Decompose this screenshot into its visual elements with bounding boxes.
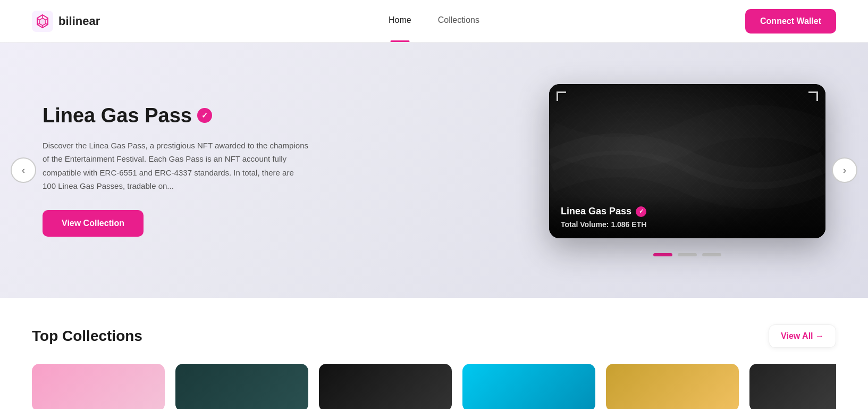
nft-card-title-text: Linea Gas Pass <box>561 206 631 217</box>
top-collections-header: Top Collections View All → <box>32 324 836 348</box>
hero-card-container: Linea Gas Pass ✓ Total Volume: 1.086 ETH <box>549 84 825 256</box>
connect-wallet-button[interactable]: Connect Wallet <box>745 9 836 34</box>
nft-card-info: Linea Gas Pass ✓ Total Volume: 1.086 ETH <box>549 196 825 238</box>
nav-home[interactable]: Home <box>389 15 411 27</box>
carousel-dots <box>653 253 721 256</box>
hero-title: Linea Gas Pass ✓ <box>43 104 308 127</box>
chevron-right-icon: › <box>843 165 846 176</box>
nft-card-volume: Total Volume: 1.086 ETH <box>561 220 814 229</box>
volume-value: 1.086 ETH <box>611 220 646 229</box>
collection-thumb-2[interactable] <box>175 364 308 409</box>
nav-collections[interactable]: Collections <box>438 15 479 27</box>
hero-title-text: Linea Gas Pass <box>43 104 192 127</box>
hero-description: Discover the Linea Gas Pass, a prestigio… <box>43 139 308 193</box>
logo-text: bilinear <box>58 14 100 28</box>
collection-thumb-3[interactable] <box>319 364 452 409</box>
nft-card-verified-icon: ✓ <box>636 206 646 217</box>
logo-icon <box>32 11 53 32</box>
carousel-dot-3[interactable] <box>702 253 721 256</box>
nft-card: Linea Gas Pass ✓ Total Volume: 1.086 ETH <box>549 84 825 238</box>
carousel-dot-1[interactable] <box>653 253 672 256</box>
volume-label: Total Volume: <box>561 220 609 229</box>
verified-badge-icon: ✓ <box>197 108 212 123</box>
hero-content: Linea Gas Pass ✓ Discover the Linea Gas … <box>43 104 308 237</box>
top-collections-title: Top Collections <box>32 328 142 345</box>
header: bilinear Home Collections Connect Wallet <box>0 0 868 43</box>
collections-row <box>32 364 836 409</box>
collection-thumb-6[interactable] <box>749 364 836 409</box>
corner-bracket-tl <box>557 91 566 101</box>
collection-thumb-1[interactable] <box>32 364 165 409</box>
logo[interactable]: bilinear <box>32 11 100 32</box>
corner-bracket-tr <box>808 91 818 101</box>
top-collections-section: Top Collections View All → <box>0 298 868 409</box>
main-nav: Home Collections <box>389 15 479 27</box>
chevron-left-icon: ‹ <box>22 165 25 176</box>
collection-thumb-5[interactable] <box>606 364 739 409</box>
nft-card-title: Linea Gas Pass ✓ <box>561 206 814 217</box>
next-button[interactable]: › <box>832 157 857 183</box>
hero-section: ‹ Linea Gas Pass ✓ Discover the Linea Ga… <box>0 43 868 298</box>
carousel-dot-2[interactable] <box>678 253 697 256</box>
view-all-button[interactable]: View All → <box>769 324 836 348</box>
prev-button[interactable]: ‹ <box>11 157 36 183</box>
view-collection-button[interactable]: View Collection <box>43 210 144 237</box>
collection-thumb-4[interactable] <box>462 364 595 409</box>
